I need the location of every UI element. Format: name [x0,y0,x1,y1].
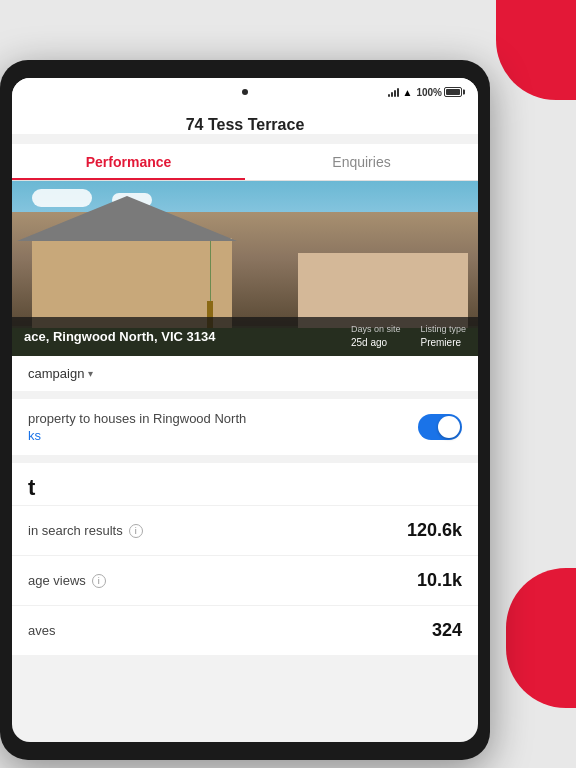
metric-saves-value: 324 [432,620,462,641]
listing-type-value: Premiere [420,336,466,350]
days-on-site-stat: Days on site 25d ago [351,323,401,350]
metric-views-left: age views i [28,573,106,588]
metric-row-search: in search results i 120.6k [12,505,478,555]
property-image-container: ace, Ringwood North, VIC 3134 Days on si… [12,181,478,356]
tab-performance[interactable]: Performance [12,144,245,180]
metric-saves-label: aves [28,623,55,638]
house-main [32,238,232,328]
campaign-selector[interactable]: campaign ▾ [28,366,93,381]
bg-decoration-bottom [506,568,576,708]
campaign-bar: campaign ▾ [12,356,478,391]
metric-row-saves: aves 324 [12,605,478,655]
status-icons: ▲ 100% [388,87,462,98]
battery-fill [446,89,460,95]
metric-views-value: 10.1k [417,570,462,591]
compare-row: property to houses in Ringwood North ks [12,399,478,455]
header: 74 Tess Terrace [12,106,478,134]
property-stats: Days on site 25d ago Listing type Premie… [351,323,466,350]
metric-search-left: in search results i [28,523,143,538]
days-on-site-label: Days on site [351,323,401,336]
metric-search-label: in search results [28,523,123,538]
days-on-site-value: 25d ago [351,336,401,350]
tree-top [210,241,211,301]
house-roof [17,196,237,241]
campaign-label: campaign [28,366,84,381]
metrics-section-title: t [12,463,478,505]
metric-saves-left: aves [28,623,55,638]
bg-decoration-top [496,0,576,100]
compare-text: property to houses in Ringwood North [28,411,246,426]
info-icon-views[interactable]: i [92,574,106,588]
chevron-down-icon: ▾ [88,368,93,379]
listing-type-stat: Listing type Premiere [420,323,466,350]
property-title: 74 Tess Terrace [28,116,462,134]
battery-percent: 100% [416,87,442,98]
compare-toggle[interactable] [418,414,462,440]
property-address-bar: ace, Ringwood North, VIC 3134 Days on si… [12,317,478,356]
listing-type-label: Listing type [420,323,466,336]
battery-icon [444,87,462,97]
wifi-icon: ▲ [403,87,413,98]
tab-enquiries[interactable]: Enquiries [245,144,478,180]
tabs-container: Performance Enquiries [12,144,478,181]
tablet-frame: ▲ 100% 74 Tess Terrace Performance Enqui… [0,60,490,760]
metrics-container: t in search results i 120.6k age views i… [12,463,478,655]
info-icon-search[interactable]: i [129,524,143,538]
status-bar: ▲ 100% [12,78,478,106]
camera-dot [242,89,248,95]
metric-search-value: 120.6k [407,520,462,541]
screen: ▲ 100% 74 Tess Terrace Performance Enqui… [12,78,478,742]
property-address: ace, Ringwood North, VIC 3134 [24,329,335,344]
toggle-knob [438,416,460,438]
metric-views-label: age views [28,573,86,588]
battery-indicator: 100% [416,87,462,98]
signal-icon [388,87,399,97]
compare-text-container: property to houses in Ringwood North ks [28,411,262,443]
compare-link[interactable]: ks [28,428,262,443]
metric-row-views: age views i 10.1k [12,555,478,605]
